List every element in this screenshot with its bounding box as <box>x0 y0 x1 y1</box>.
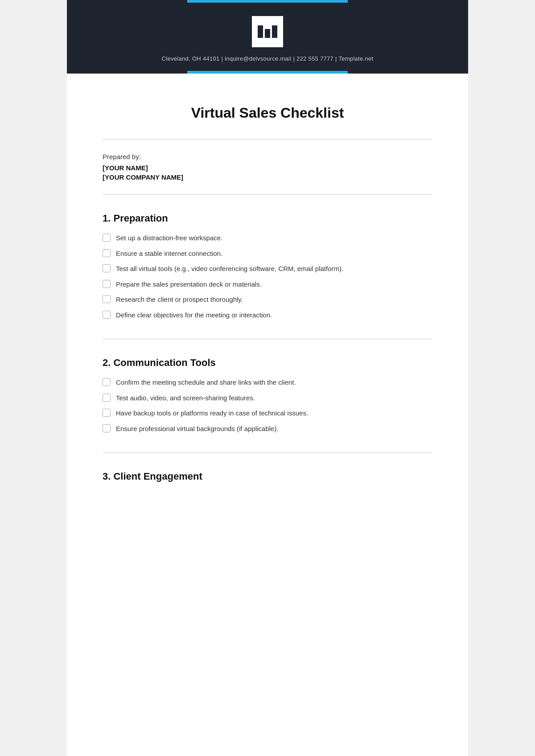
list-item: Have backup tools or platforms ready in … <box>103 408 432 419</box>
list-item: Define clear objectives for the meeting … <box>103 310 432 320</box>
page: Cleveland, OH 44101 | inquire@delvsource… <box>67 0 468 756</box>
checkbox-1-4[interactable] <box>103 280 111 288</box>
section-3: 3. Client Engagement <box>103 471 432 505</box>
checkbox-1-5[interactable] <box>103 295 111 303</box>
list-item: Ensure a stable internet connection. <box>103 249 432 259</box>
section-1-checklist: Set up a distraction-free workspace. Ens… <box>103 233 432 320</box>
section-2-checklist: Confirm the meeting schedule and share l… <box>103 378 432 434</box>
checkbox-1-6[interactable] <box>103 311 111 319</box>
section-2-title: 2. Communication Tools <box>103 357 432 369</box>
logo-bar-right <box>272 25 277 38</box>
header: Cleveland, OH 44101 | inquire@delvsource… <box>67 0 468 74</box>
logo-icon <box>258 25 277 38</box>
checkbox-2-1[interactable] <box>103 378 111 386</box>
prepared-company: [YOUR COMPANY NAME] <box>103 173 432 181</box>
prepared-by-label: Prepared by: <box>103 153 432 160</box>
list-item: Confirm the meeting schedule and share l… <box>103 378 432 388</box>
checkbox-1-2[interactable] <box>103 249 111 257</box>
logo-bar-middle <box>265 29 270 38</box>
checkbox-2-4[interactable] <box>103 424 111 432</box>
checkbox-2-3[interactable] <box>103 409 111 417</box>
logo-box <box>252 16 283 47</box>
document-title: Virtual Sales Checklist <box>103 105 432 121</box>
section-1-title: 1. Preparation <box>103 213 432 224</box>
list-item: Test all virtual tools (e.g., video conf… <box>103 264 432 274</box>
list-item: Research the client or prospect thorough… <box>103 295 432 305</box>
prepared-by-section: Prepared by: [YOUR NAME] [YOUR COMPANY N… <box>103 153 432 195</box>
checkbox-1-1[interactable] <box>103 234 111 242</box>
section-1: 1. Preparation Set up a distraction-free… <box>103 213 432 339</box>
section-3-title: 3. Client Engagement <box>103 471 432 482</box>
main-content: Virtual Sales Checklist Prepared by: [YO… <box>67 74 468 540</box>
section-2: 2. Communication Tools Confirm the meeti… <box>103 357 432 453</box>
checkbox-1-3[interactable] <box>103 264 111 272</box>
title-divider <box>103 139 432 140</box>
list-item: Test audio, video, and screen-sharing fe… <box>103 393 432 403</box>
header-content: Cleveland, OH 44101 | inquire@delvsource… <box>67 3 468 71</box>
logo-bar-left <box>258 25 263 38</box>
checkbox-2-2[interactable] <box>103 394 111 402</box>
header-bottom-accent <box>67 71 468 74</box>
header-info-text: Cleveland, OH 44101 | inquire@delvsource… <box>162 55 374 62</box>
prepared-name: [YOUR NAME] <box>103 164 432 172</box>
list-item: Ensure professional virtual backgrounds … <box>103 424 432 434</box>
list-item: Prepare the sales presentation deck or m… <box>103 279 432 290</box>
list-item: Set up a distraction-free workspace. <box>103 233 432 243</box>
